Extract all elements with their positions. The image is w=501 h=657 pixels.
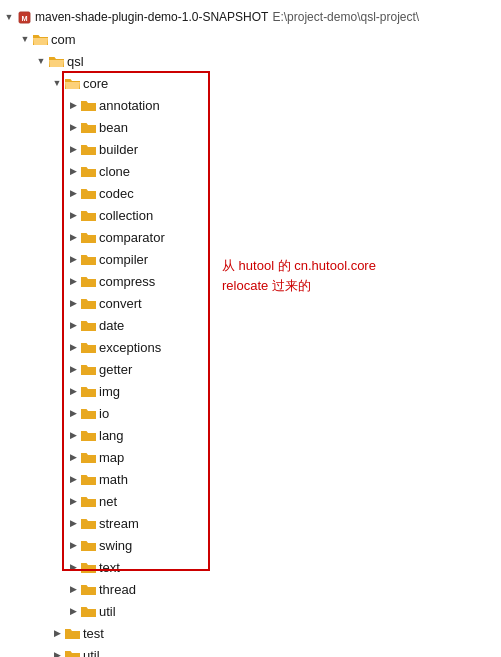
arrow-math[interactable] bbox=[66, 472, 80, 486]
tree-item-io[interactable]: io bbox=[0, 402, 501, 424]
arrow-thread[interactable] bbox=[66, 582, 80, 596]
tree-item-date[interactable]: date bbox=[0, 314, 501, 336]
arrow-map[interactable] bbox=[66, 450, 80, 464]
arrow-bean[interactable] bbox=[66, 120, 80, 134]
folder-icon bbox=[80, 251, 96, 267]
label-img: img bbox=[99, 384, 120, 399]
arrow-compress[interactable] bbox=[66, 274, 80, 288]
folder-icon bbox=[80, 273, 96, 289]
arrow-test[interactable] bbox=[50, 626, 64, 640]
label-annotation: annotation bbox=[99, 98, 160, 113]
label-com: com bbox=[51, 32, 76, 47]
arrow-builder[interactable] bbox=[66, 142, 80, 156]
arrow-stream[interactable] bbox=[66, 516, 80, 530]
tree-item-qsl[interactable]: qsl bbox=[0, 50, 501, 72]
arrow-util[interactable] bbox=[50, 648, 64, 657]
tree-item-test[interactable]: test bbox=[0, 622, 501, 644]
label-convert: convert bbox=[99, 296, 142, 311]
svg-text:M: M bbox=[21, 13, 27, 22]
arrow-text[interactable] bbox=[66, 560, 80, 574]
tree-item-compress[interactable]: compress bbox=[0, 270, 501, 292]
folder-icon bbox=[80, 603, 96, 619]
folder-icon bbox=[80, 493, 96, 509]
label-clone: clone bbox=[99, 164, 130, 179]
arrow-net[interactable] bbox=[66, 494, 80, 508]
folder-icon bbox=[80, 141, 96, 157]
arrow-collection[interactable] bbox=[66, 208, 80, 222]
tree-item-net[interactable]: net bbox=[0, 490, 501, 512]
tree-item-swing[interactable]: swing bbox=[0, 534, 501, 556]
arrow-swing[interactable] bbox=[66, 538, 80, 552]
arrow-lang[interactable] bbox=[66, 428, 80, 442]
tree-item-collection[interactable]: collection bbox=[0, 204, 501, 226]
tree-item-maven-root[interactable]: M maven-shade-plugin-demo-1.0-SNAPSHOTE:… bbox=[0, 6, 501, 28]
arrow-date[interactable] bbox=[66, 318, 80, 332]
label-util-core: util bbox=[99, 604, 116, 619]
arrow-clone[interactable] bbox=[66, 164, 80, 178]
arrow-img[interactable] bbox=[66, 384, 80, 398]
folder-icon bbox=[80, 537, 96, 553]
arrow-qsl[interactable] bbox=[34, 54, 48, 68]
folder-icon bbox=[80, 97, 96, 113]
label-exceptions: exceptions bbox=[99, 340, 161, 355]
tree-item-comparator[interactable]: comparator bbox=[0, 226, 501, 248]
tree-item-exceptions[interactable]: exceptions bbox=[0, 336, 501, 358]
label-text: text bbox=[99, 560, 120, 575]
tree-item-stream[interactable]: stream bbox=[0, 512, 501, 534]
arrow-io[interactable] bbox=[66, 406, 80, 420]
folder-icon bbox=[80, 229, 96, 245]
project-tree-container: M maven-shade-plugin-demo-1.0-SNAPSHOTE:… bbox=[0, 0, 501, 657]
folder-icon bbox=[80, 207, 96, 223]
tree-item-com[interactable]: com bbox=[0, 28, 501, 50]
label-test: test bbox=[83, 626, 104, 641]
tree-item-builder[interactable]: builder bbox=[0, 138, 501, 160]
arrow-exceptions[interactable] bbox=[66, 340, 80, 354]
tree-item-compiler[interactable]: compiler bbox=[0, 248, 501, 270]
label-maven-root: maven-shade-plugin-demo-1.0-SNAPSHOT bbox=[35, 10, 268, 24]
tree-item-codec[interactable]: codec bbox=[0, 182, 501, 204]
tree-item-math[interactable]: math bbox=[0, 468, 501, 490]
label-bean: bean bbox=[99, 120, 128, 135]
label-map: map bbox=[99, 450, 124, 465]
folder-icon bbox=[80, 185, 96, 201]
arrow-convert[interactable] bbox=[66, 296, 80, 310]
arrow-com[interactable] bbox=[18, 32, 32, 46]
arrow-util-core[interactable] bbox=[66, 604, 80, 618]
arrow-core[interactable] bbox=[50, 76, 64, 90]
tree-item-util[interactable]: util bbox=[0, 644, 501, 657]
arrow-maven-root[interactable] bbox=[2, 10, 16, 24]
label-qsl: qsl bbox=[67, 54, 84, 69]
tree-item-bean[interactable]: bean bbox=[0, 116, 501, 138]
folder-icon bbox=[80, 317, 96, 333]
label-collection: collection bbox=[99, 208, 153, 223]
tree-item-core[interactable]: core bbox=[0, 72, 501, 94]
tree-item-convert[interactable]: convert bbox=[0, 292, 501, 314]
folder-icon bbox=[64, 647, 80, 657]
label-lang: lang bbox=[99, 428, 124, 443]
folder-icon bbox=[48, 53, 64, 69]
folder-icon bbox=[80, 339, 96, 355]
folder-icon bbox=[80, 559, 96, 575]
label-util: util bbox=[83, 648, 100, 658]
arrow-comparator[interactable] bbox=[66, 230, 80, 244]
tree-item-lang[interactable]: lang bbox=[0, 424, 501, 446]
tree-item-annotation[interactable]: annotation bbox=[0, 94, 501, 116]
arrow-compiler[interactable] bbox=[66, 252, 80, 266]
arrow-codec[interactable] bbox=[66, 186, 80, 200]
folder-icon bbox=[64, 625, 80, 641]
label-io: io bbox=[99, 406, 109, 421]
tree-item-util-core[interactable]: util bbox=[0, 600, 501, 622]
folder-icon bbox=[64, 75, 80, 91]
tree-item-getter[interactable]: getter bbox=[0, 358, 501, 380]
tree-item-thread[interactable]: thread bbox=[0, 578, 501, 600]
arrow-getter[interactable] bbox=[66, 362, 80, 376]
tree-item-img[interactable]: img bbox=[0, 380, 501, 402]
label-builder: builder bbox=[99, 142, 138, 157]
tree-item-map[interactable]: map bbox=[0, 446, 501, 468]
tree-item-text[interactable]: text bbox=[0, 556, 501, 578]
tree-item-clone[interactable]: clone bbox=[0, 160, 501, 182]
folder-icon bbox=[80, 471, 96, 487]
folder-icon bbox=[80, 515, 96, 531]
arrow-annotation[interactable] bbox=[66, 98, 80, 112]
label-thread: thread bbox=[99, 582, 136, 597]
